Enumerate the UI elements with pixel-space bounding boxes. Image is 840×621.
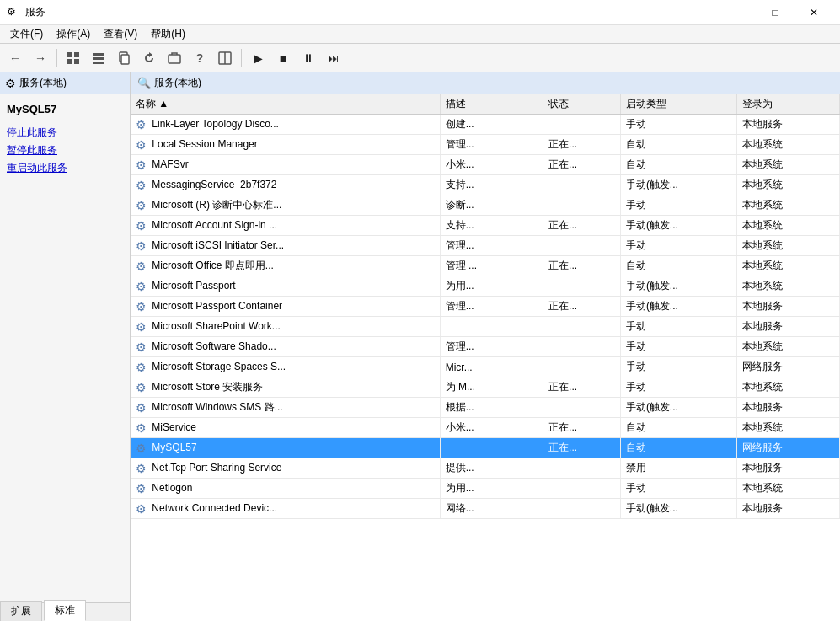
service-name-cell: ⚙ Local Session Manager	[131, 135, 440, 155]
table-row[interactable]: ⚙ Microsoft Passport Container 管理... 正在.…	[131, 297, 840, 317]
table-row[interactable]: ⚙ Microsoft Account Sign-in ... 支持... 正在…	[131, 216, 840, 236]
service-startup-cell: 自动	[620, 155, 736, 175]
toolbar-stop[interactable]: ■	[271, 46, 295, 70]
selected-service-name: MySQL57	[7, 103, 123, 115]
service-startup-cell: 自动	[620, 256, 736, 276]
table-row[interactable]: ⚙ Local Session Manager 管理... 正在... 自动 本…	[131, 135, 840, 155]
service-name-cell: ⚙ MessagingService_2b7f372	[131, 175, 440, 195]
menu-file[interactable]: 文件(F)	[3, 25, 50, 43]
service-login-cell: 网络服务	[736, 357, 839, 377]
service-login-cell: 网络服务	[736, 438, 839, 458]
service-name-cell: ⚙ MAFSvr	[131, 155, 440, 175]
service-login-cell: 本地服务	[736, 398, 839, 418]
close-button[interactable]: ✕	[795, 0, 833, 25]
service-desc-cell: 管理...	[440, 337, 543, 357]
service-name-cell: ⚙ Netlogon	[131, 479, 440, 499]
service-name-cell: ⚙ Microsoft Software Shado...	[131, 337, 440, 357]
toolbar-view1[interactable]	[62, 46, 85, 70]
table-row[interactable]: ⚙ Microsoft SharePoint Work... 手动 本地服务	[131, 317, 840, 337]
menu-view[interactable]: 查看(V)	[97, 25, 144, 43]
service-icon: ⚙	[136, 482, 149, 495]
menu-bar: 文件(F) 操作(A) 查看(V) 帮助(H)	[0, 25, 840, 44]
window-controls: — □ ✕	[717, 0, 833, 25]
service-login-cell: 本地服务	[736, 317, 839, 337]
table-row[interactable]: ⚙ Microsoft Office 即点即用... 管理 ... 正在... …	[131, 256, 840, 276]
service-startup-cell: 手动(触发...	[620, 499, 736, 519]
svg-rect-5	[93, 57, 104, 60]
table-row[interactable]: ⚙ Microsoft Windows SMS 路... 根据... 手动(触发…	[131, 398, 840, 418]
service-icon: ⚙	[136, 280, 149, 293]
toolbar-resume[interactable]: ⏭	[322, 46, 345, 70]
service-startup-cell: 自动	[620, 418, 736, 438]
service-status-cell	[543, 236, 621, 256]
service-desc-cell: 支持...	[440, 175, 543, 195]
maximize-button[interactable]: □	[756, 0, 795, 25]
toolbar-split[interactable]	[213, 46, 237, 70]
table-row[interactable]: ⚙ Network Connected Devic... 网络... 手动(触发…	[131, 499, 840, 519]
tab-expand[interactable]: 扩展	[0, 601, 42, 621]
toolbar-export[interactable]	[163, 46, 186, 70]
col-name-header[interactable]: 名称 ▲	[131, 94, 440, 115]
service-icon: ⚙	[136, 340, 149, 354]
table-row[interactable]: ⚙ Link-Layer Topology Disco... 创建... 手动 …	[131, 115, 840, 135]
toolbar-view2[interactable]	[87, 46, 110, 70]
service-startup-cell: 手动	[620, 115, 736, 135]
menu-help[interactable]: 帮助(H)	[144, 25, 192, 43]
table-row[interactable]: ⚙ MessagingService_2b7f372 支持... 手动(触发..…	[131, 175, 840, 195]
toolbar-pause[interactable]: ⏸	[297, 46, 320, 70]
service-status-cell: 正在...	[543, 155, 621, 175]
table-row[interactable]: ⚙ Microsoft Storage Spaces S... Micr... …	[131, 357, 840, 377]
service-startup-cell: 手动	[620, 357, 736, 377]
table-row[interactable]: ⚙ MiService 小米... 正在... 自动 本地系统	[131, 418, 840, 438]
toolbar-refresh[interactable]	[137, 46, 161, 70]
col-login-header[interactable]: 登录为	[736, 94, 839, 115]
service-icon: ⚙	[136, 361, 149, 374]
service-name-cell: ⚙ Microsoft Windows SMS 路...	[131, 398, 440, 418]
pause-service-link[interactable]: 暂停此服务	[7, 143, 123, 158]
table-row[interactable]: ⚙ Microsoft Store 安装服务 为 M... 正在... 手动 本…	[131, 377, 840, 398]
restart-service-link[interactable]: 重启动此服务	[7, 161, 123, 175]
toolbar-copy[interactable]	[112, 46, 136, 70]
toolbar-sep-1	[56, 49, 57, 67]
service-login-cell: 本地系统	[736, 135, 839, 155]
col-status-header[interactable]: 状态	[543, 94, 621, 115]
app-icon: ⚙	[7, 6, 20, 19]
toolbar-help[interactable]: ?	[188, 46, 211, 70]
toolbar-back[interactable]: ←	[3, 46, 27, 70]
table-row[interactable]: ⚙ Microsoft Software Shado... 管理... 手动 本…	[131, 337, 840, 357]
toolbar-forward[interactable]: →	[29, 46, 52, 70]
service-table[interactable]: 名称 ▲ 描述 状态 启动类型 登录为 ⚙ Link-Layer Topolog…	[131, 94, 840, 621]
service-startup-cell: 手动	[620, 377, 736, 398]
col-desc-header[interactable]: 描述	[440, 94, 543, 115]
menu-action[interactable]: 操作(A)	[50, 25, 97, 43]
table-row[interactable]: ⚙ Netlogon 为用... 手动 本地系统	[131, 479, 840, 499]
table-row[interactable]: ⚙ Net.Tcp Port Sharing Service 提供... 禁用 …	[131, 458, 840, 479]
service-startup-cell: 自动	[620, 438, 736, 458]
table-row[interactable]: ⚙ MySQL57 正在... 自动 网络服务	[131, 438, 840, 458]
service-status-cell	[543, 115, 621, 135]
search-icon: 🔍	[137, 77, 151, 89]
minimize-button[interactable]: —	[717, 0, 756, 25]
stop-service-link[interactable]: 停止此服务	[7, 126, 123, 140]
service-login-cell: 本地系统	[736, 276, 839, 297]
table-row[interactable]: ⚙ Microsoft (R) 诊断中心标准... 诊断... 手动 本地系统	[131, 195, 840, 216]
services-list-table: 名称 ▲ 描述 状态 启动类型 登录为 ⚙ Link-Layer Topolog…	[131, 94, 840, 519]
window-title: 服务	[25, 5, 717, 19]
tab-standard[interactable]: 标准	[44, 600, 86, 621]
toolbar-play[interactable]: ▶	[246, 46, 270, 70]
service-startup-cell: 手动(触发...	[620, 276, 736, 297]
service-status-cell: 正在...	[543, 297, 621, 317]
svg-rect-2	[67, 59, 72, 64]
service-desc-cell: 为用...	[440, 479, 543, 499]
service-icon: ⚙	[136, 158, 149, 172]
service-icon: ⚙	[136, 199, 149, 212]
service-icon: ⚙	[136, 502, 149, 516]
table-row[interactable]: ⚙ Microsoft Passport 为用... 手动(触发... 本地系统	[131, 276, 840, 297]
table-row[interactable]: ⚙ Microsoft iSCSI Initiator Ser... 管理...…	[131, 236, 840, 256]
table-row[interactable]: ⚙ MAFSvr 小米... 正在... 自动 本地系统	[131, 155, 840, 175]
service-desc-cell	[440, 438, 543, 458]
service-name-cell: ⚙ Microsoft iSCSI Initiator Ser...	[131, 236, 440, 256]
services-local-icon: ⚙	[5, 77, 16, 90]
col-startup-header[interactable]: 启动类型	[620, 94, 736, 115]
service-desc-cell: 根据...	[440, 398, 543, 418]
